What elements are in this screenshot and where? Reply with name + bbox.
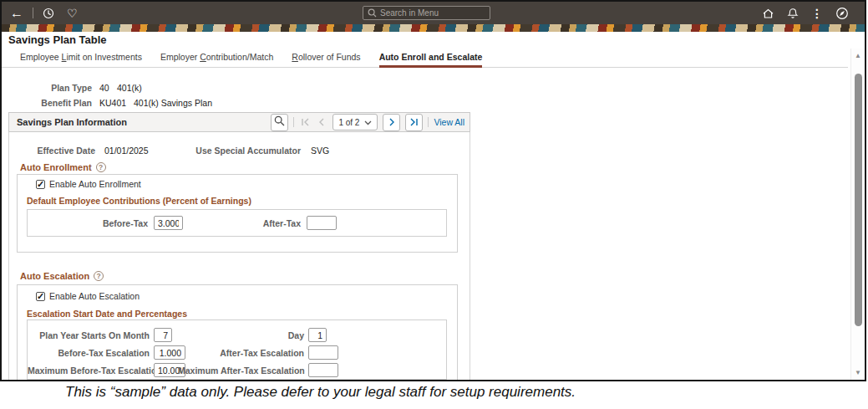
enable-auto-enrollment-label: Enable Auto Enrollment <box>49 179 141 189</box>
first-page-button[interactable] <box>299 116 311 128</box>
find-button[interactable] <box>271 114 288 131</box>
page-selector-dropdown[interactable]: 1 of 2 <box>332 114 378 130</box>
use-special-accumulator-value: SVG <box>311 146 329 156</box>
divider <box>293 117 294 127</box>
auto-escalation-section-title: Auto Escalation <box>20 271 104 281</box>
chevron-down-icon <box>364 118 372 127</box>
groupbox-header: Savings Plan Information 1 of 2 View All <box>8 112 470 132</box>
actions-kebab-icon[interactable]: ⋮ <box>811 8 823 19</box>
last-page-button[interactable] <box>405 114 423 131</box>
previous-page-button[interactable] <box>316 116 327 128</box>
scroll-down-arrow-icon[interactable]: ▼ <box>851 369 865 376</box>
plan-type-desc: 401(k) <box>117 83 142 93</box>
next-page-button[interactable] <box>383 114 400 131</box>
vertical-scrollbar: ▲ ▼ <box>850 49 865 380</box>
max-after-tax-escalation-input[interactable] <box>308 363 338 377</box>
day-input[interactable] <box>308 328 327 342</box>
global-search-box <box>363 6 490 20</box>
plan-type-label: Plan Type <box>2 83 92 93</box>
divider <box>33 8 33 18</box>
search-icon <box>368 6 377 21</box>
max-after-tax-escalation-label: Maximum After-Tax Escalation <box>178 366 304 376</box>
groupbox-body: Effective Date 01/01/2025 Use Special Ac… <box>8 132 470 380</box>
savings-plan-information-groupbox: Savings Plan Information 1 of 2 View All <box>8 112 470 380</box>
after-tax-label: After-Tax <box>178 218 301 228</box>
escalation-start-subtitle: Escalation Start Date and Percentages <box>27 309 187 319</box>
contributions-inner-box: Before-Tax After-Tax <box>27 209 447 237</box>
help-icon[interactable] <box>94 271 104 281</box>
use-special-accumulator-label: Use Special Accumulator <box>135 146 301 156</box>
help-icon[interactable] <box>96 162 106 172</box>
sample-data-caption: This is “sample” data only. Please defer… <box>65 384 576 401</box>
top-bar: ← ♡ ⋮ <box>2 2 865 24</box>
enable-auto-enrollment-checkbox[interactable] <box>36 180 45 189</box>
benefit-plan-code: KU401 <box>99 98 126 108</box>
before-tax-escalation-label: Before-Tax Escalation <box>28 348 150 358</box>
tab-employee-limit[interactable]: Employee Limit on Investments <box>20 47 142 67</box>
theme-ribbon <box>2 24 865 32</box>
escalation-inner-box: Plan Year Starts On Month Day Before-Tax… <box>27 320 447 380</box>
tab-bar: Employee Limit on Investments Employer C… <box>2 47 848 68</box>
day-label: Day <box>178 330 304 340</box>
tab-employer-contribution[interactable]: Employer Contribution/Match <box>160 47 273 67</box>
default-contributions-subtitle: Default Employee Contributions (Percent … <box>27 196 251 206</box>
max-before-tax-escalation-label: Maximum Before-Tax Escalation <box>28 366 150 376</box>
auto-enrollment-section-title: Auto Enrollment <box>20 162 106 172</box>
recent-history-clock-icon[interactable] <box>43 8 54 19</box>
before-tax-label: Before-Tax <box>28 218 148 228</box>
app-window: ← ♡ ⋮ Savings Plan Ta <box>0 0 866 381</box>
page-title: Savings Plan Table <box>8 33 107 46</box>
search-input[interactable] <box>380 8 490 18</box>
benefit-plan-label: Benefit Plan <box>2 98 92 108</box>
notifications-bell-icon[interactable] <box>787 8 799 19</box>
enable-auto-escalation-checkbox[interactable] <box>36 292 45 301</box>
view-all-link[interactable]: View All <box>434 117 464 127</box>
plan-year-month-label: Plan Year Starts On Month <box>28 330 150 340</box>
tab-rollover-of-funds[interactable]: Rollover of Funds <box>292 47 360 67</box>
home-icon[interactable] <box>762 8 774 19</box>
auto-enrollment-box: Enable Auto Enrollment Default Employee … <box>17 174 458 253</box>
groupbox-title: Savings Plan Information <box>17 117 127 127</box>
after-tax-input[interactable] <box>307 216 337 230</box>
after-tax-escalation-label: After-Tax Escalation <box>178 348 304 358</box>
divider <box>428 117 429 127</box>
navbar-compass-icon[interactable] <box>835 7 849 20</box>
plan-type-code: 40 <box>99 83 109 93</box>
favorites-heart-icon[interactable]: ♡ <box>67 8 78 19</box>
plan-year-month-input[interactable] <box>154 328 172 342</box>
enable-auto-escalation-label: Enable Auto Escalation <box>49 291 140 301</box>
benefit-plan-desc: 401(k) Savings Plan <box>134 98 212 108</box>
scroll-up-arrow-icon[interactable]: ▲ <box>851 52 865 59</box>
effective-date-label: Effective Date <box>9 146 95 156</box>
auto-escalation-box: Enable Auto Escalation Escalation Start … <box>17 284 458 381</box>
back-icon[interactable]: ← <box>10 7 23 20</box>
search-icon <box>274 115 285 130</box>
scrollbar-thumb[interactable] <box>855 74 862 326</box>
after-tax-escalation-input[interactable] <box>308 345 338 360</box>
tab-auto-enroll-and-escalate[interactable]: Auto Enroll and Escalate <box>379 47 483 67</box>
